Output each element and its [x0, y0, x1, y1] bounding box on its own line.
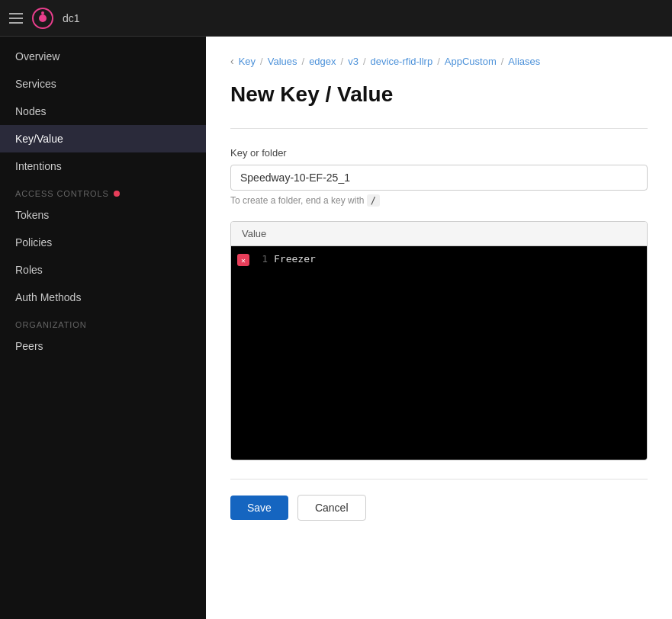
sidebar: Overview Services Nodes Key/Value Intent…: [0, 37, 206, 619]
editor-line-1: ✕ 1 Freezer: [231, 252, 647, 267]
app-logo: [32, 8, 53, 29]
hint-text: To create a folder, end a key with /: [230, 195, 648, 206]
sidebar-item-peers[interactable]: Peers: [0, 332, 206, 360]
key-input[interactable]: [230, 165, 648, 191]
breadcrumb-link-appcustom[interactable]: AppCustom: [445, 56, 497, 67]
value-editor-body[interactable]: ✕ 1 Freezer: [231, 246, 647, 460]
breadcrumb-link-device[interactable]: device-rfid-llrp: [371, 56, 433, 67]
line-number-1: 1: [256, 253, 268, 265]
divider-top: [230, 128, 648, 129]
access-dot: [114, 191, 120, 197]
hint-code: /: [367, 194, 380, 207]
sidebar-item-keyvalue[interactable]: Key/Value: [0, 125, 206, 152]
breadcrumb-link-aliases[interactable]: Aliases: [508, 56, 540, 67]
dc-label: dc1: [63, 12, 80, 24]
sidebar-item-roles[interactable]: Roles: [0, 256, 206, 284]
breadcrumb: ‹ Key / Values / edgex / v3 / device-rfi…: [230, 55, 648, 67]
main-layout: Overview Services Nodes Key/Value Intent…: [0, 37, 672, 619]
line-content-1: Freezer: [274, 253, 316, 265]
content-area: ‹ Key / Values / edgex / v3 / device-rfi…: [206, 37, 672, 619]
menu-toggle[interactable]: [9, 13, 23, 24]
breadcrumb-back-arrow[interactable]: ‹: [230, 55, 234, 67]
page-title: New Key / Value: [230, 82, 648, 107]
sidebar-item-intentions[interactable]: Intentions: [0, 152, 206, 180]
cancel-button[interactable]: Cancel: [297, 495, 366, 521]
breadcrumb-link-v3[interactable]: v3: [348, 56, 359, 67]
key-field-label: Key or folder: [230, 147, 648, 159]
topbar: dc1: [0, 0, 672, 37]
breadcrumb-link-edgex[interactable]: edgex: [309, 56, 336, 67]
buttons-row: Save Cancel: [230, 495, 648, 521]
svg-point-2: [41, 11, 44, 14]
sidebar-item-nodes[interactable]: Nodes: [0, 98, 206, 125]
access-controls-section: ACCESS CONTROLS: [0, 180, 206, 201]
breadcrumb-link-key[interactable]: Key: [239, 56, 256, 67]
svg-point-1: [39, 14, 47, 22]
sidebar-item-tokens[interactable]: Tokens: [0, 201, 206, 229]
line-error-icon: ✕: [237, 254, 249, 266]
sidebar-item-auth-methods[interactable]: Auth Methods: [0, 284, 206, 311]
sidebar-item-policies[interactable]: Policies: [0, 229, 206, 256]
value-editor-container: Value ✕ 1 Freezer: [230, 221, 648, 460]
sidebar-item-services[interactable]: Services: [0, 70, 206, 98]
divider-bottom: [230, 479, 648, 479]
sidebar-item-overview[interactable]: Overview: [0, 43, 206, 70]
breadcrumb-link-values[interactable]: Values: [268, 56, 297, 67]
save-button[interactable]: Save: [230, 496, 288, 520]
value-editor-header: Value: [231, 222, 647, 246]
organization-section: ORGANIZATION: [0, 311, 206, 332]
